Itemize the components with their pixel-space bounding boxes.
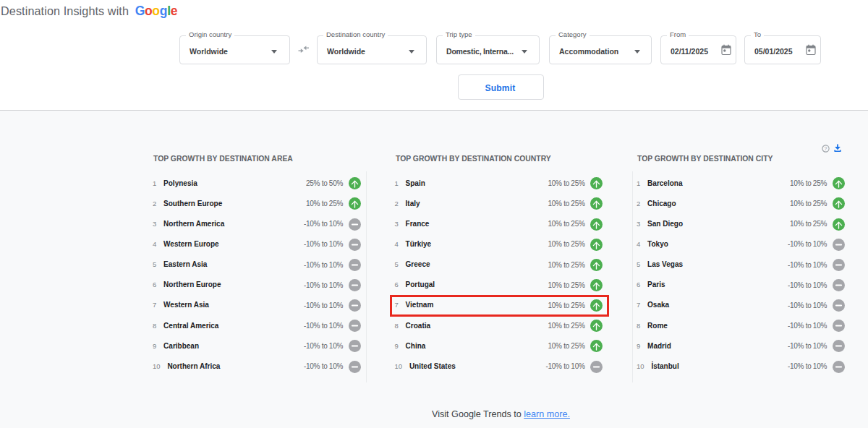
svg-text:?: ?	[825, 146, 827, 151]
